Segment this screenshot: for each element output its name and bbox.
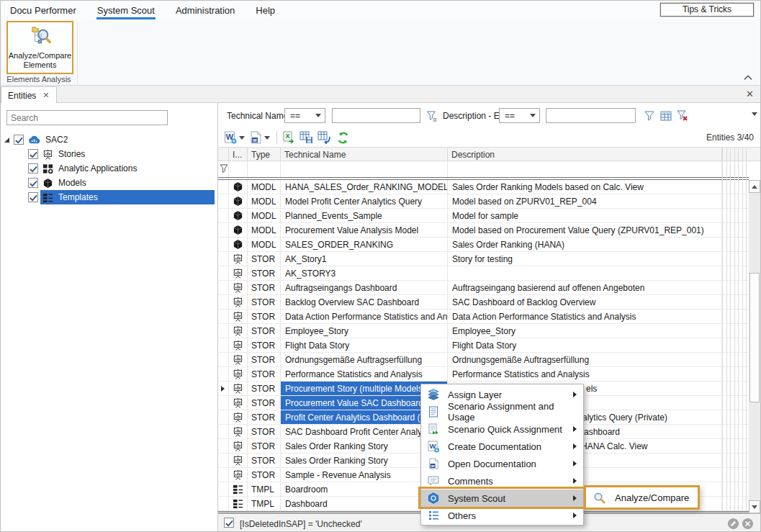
- description-text: Ordnungsgemäße Auftragserfüllung: [452, 355, 589, 365]
- analyze-compare-elements-button[interactable]: Analyze/Compare Elements: [6, 21, 73, 74]
- tree-checkbox[interactable]: [28, 192, 38, 202]
- menubar-item-docu-performer[interactable]: Docu Performer: [9, 2, 77, 18]
- search-input[interactable]: [6, 110, 168, 125]
- context-menu-item-scenario-assignment-and-usage[interactable]: Scenario Assignment and Usage: [421, 403, 583, 420]
- column-header-icon[interactable]: I...: [229, 148, 248, 161]
- tree-node-models[interactable]: Models: [1, 176, 217, 190]
- table-row[interactable]: MODLSALES_ORDER_RANKINGSales Order Ranki…: [218, 238, 749, 252]
- table-row[interactable]: STORAK_Story1Story for testing: [218, 252, 749, 266]
- scroll-down-icon[interactable]: [749, 500, 760, 513]
- tree-checkbox[interactable]: [28, 149, 38, 159]
- technical-name-filter-input[interactable]: [332, 108, 420, 123]
- context-menu-item-comments[interactable]: Comments: [421, 472, 583, 490]
- collapse-ribbon-icon[interactable]: [743, 74, 753, 81]
- filter-operator-dropdown[interactable]: ==: [284, 108, 325, 123]
- type-cell: STOR: [248, 324, 281, 338]
- panel-close-icon[interactable]: ✕: [746, 89, 754, 99]
- chevron-down-icon[interactable]: [752, 112, 757, 116]
- menubar-item-help[interactable]: Help: [255, 2, 276, 18]
- table-row[interactable]: STORAK_STORY3: [218, 266, 749, 281]
- table-row[interactable]: MODLProcurement Value Analysis ModelMode…: [218, 223, 749, 238]
- context-menu-item-scenario-quick-assignment[interactable]: Scenario Quick Assignment: [421, 420, 583, 438]
- table-row[interactable]: MODLHANA_SALES_Order_RANKING_MODELSales …: [218, 180, 749, 194]
- menubar-item-administration[interactable]: Administration: [175, 2, 235, 18]
- technical-name-cell: Data Action Performance Statistics and A…: [281, 310, 448, 323]
- tab-entities[interactable]: Entities ✕: [1, 86, 57, 104]
- table-row[interactable]: STORAuftragseingangs DashboardAuftragsei…: [218, 281, 749, 295]
- table-row[interactable]: STORData Action Performance Statistics a…: [218, 310, 749, 324]
- tree-checkbox[interactable]: [28, 163, 38, 173]
- tree-node-templates[interactable]: Templates: [1, 190, 217, 204]
- chevron-down-icon[interactable]: [239, 136, 245, 140]
- tree-expander-icon[interactable]: [4, 137, 9, 143]
- tree-checkbox[interactable]: [14, 135, 24, 145]
- tree-node-sac2[interactable]: SAC2: [1, 132, 217, 147]
- table-row[interactable]: STOROrdnungsgemäße AuftragserfüllungOrdn…: [218, 353, 749, 367]
- context-menu-item-others[interactable]: Others: [421, 507, 583, 524]
- tree-node-stories[interactable]: Stories: [1, 147, 217, 161]
- column-header-technical-name[interactable]: Technical Name: [281, 148, 448, 161]
- open-word-document-icon[interactable]: w: [248, 130, 263, 145]
- filter-enabled-checkbox[interactable]: [224, 518, 234, 528]
- filter-operator-value: ==: [290, 111, 300, 121]
- edit-filter-icon[interactable]: [727, 518, 739, 530]
- tree-checkbox[interactable]: [28, 178, 38, 188]
- table-row[interactable]: STORFlight Data StoryFlight Data Story: [218, 338, 749, 353]
- vertical-scrollbar[interactable]: [749, 180, 760, 513]
- menubar-item-label: Help: [256, 5, 275, 16]
- context-menu-item-system-scout[interactable]: System Scout: [421, 490, 583, 507]
- story-icon: [233, 441, 243, 451]
- tips-and-tricks-button[interactable]: Tips & Tricks: [660, 3, 754, 17]
- technical-name-cell: AK_STORY3: [281, 266, 448, 280]
- scrollbar-thumb[interactable]: [749, 273, 760, 402]
- context-submenu-analyze-compare[interactable]: Analyze/Compare: [584, 485, 700, 510]
- column-header-type[interactable]: Type: [248, 148, 281, 161]
- row-indicator-cell: [218, 252, 229, 266]
- tree-node-analytic-applications[interactable]: Analytic Applications: [1, 161, 217, 176]
- context-menu-item-open-documentation[interactable]: wOpen Documentation: [421, 455, 583, 472]
- restore-grid-layout-icon[interactable]: [317, 130, 331, 145]
- scroll-up-icon[interactable]: [749, 180, 760, 193]
- table-row[interactable]: STORBacklog Overview SAC DashboardSAC Da…: [218, 295, 749, 310]
- context-menu-item-create-documentation[interactable]: WCreate Documentation: [421, 438, 583, 455]
- column-header-description[interactable]: Description: [448, 148, 722, 161]
- context-menu-item-label: Assign Layer: [448, 389, 502, 400]
- app-window: Docu PerformerSystem ScoutAdministration…: [0, 0, 761, 532]
- filter-operator-dropdown[interactable]: ==: [499, 108, 540, 123]
- entity-type-icon-cell: [229, 295, 248, 309]
- story-icon: [233, 253, 243, 264]
- row-filler-cell: [722, 295, 749, 309]
- table-row[interactable]: MODLPlanned_Events_SampleModel for sampl…: [218, 209, 749, 223]
- grid-filter-row[interactable]: [218, 161, 749, 177]
- description-cell: Sales Order Ranking Models based on Calc…: [448, 180, 722, 194]
- table-row[interactable]: STORPerformance Statistics and AnalysisP…: [218, 367, 749, 382]
- row-indicator-cell: [218, 468, 229, 482]
- create-word-document-icon[interactable]: W: [223, 130, 238, 145]
- refresh-icon[interactable]: [336, 130, 350, 145]
- export-excel-icon[interactable]: X: [282, 130, 296, 145]
- filter-edit-icon[interactable]: [424, 108, 440, 123]
- menubar-item-system-scout[interactable]: System Scout: [96, 2, 156, 18]
- filter-funnel-icon[interactable]: [641, 108, 657, 123]
- chevron-down-icon[interactable]: [264, 136, 270, 140]
- description-cell: Model based on Procurement Value Query (…: [448, 223, 722, 237]
- row-filler-cell: [722, 497, 749, 510]
- close-filter-icon[interactable]: [742, 518, 754, 530]
- table-row[interactable]: MODLModel Profit Center Analytics QueryM…: [218, 194, 749, 209]
- grid-toolbar: W w X Entities 3/40: [218, 129, 760, 146]
- type-cell: TMPL: [248, 482, 281, 496]
- description-filter-input[interactable]: [546, 108, 636, 123]
- filter-grid-icon[interactable]: [658, 108, 674, 123]
- description-text: Employee_Story: [452, 326, 515, 336]
- entities-sidebar: SAC2StoriesAnalytic ApplicationsModelsTe…: [1, 103, 218, 531]
- type-cell: STOR: [248, 382, 281, 395]
- save-grid-layout-icon[interactable]: [299, 130, 313, 145]
- table-row[interactable]: STOREmployee_StoryEmployee_Story: [218, 324, 749, 338]
- tab-close-icon[interactable]: ✕: [42, 91, 49, 100]
- entity-type-icon-cell: [229, 223, 248, 237]
- entity-type-icon-cell: [229, 468, 248, 482]
- type-cell: STOR: [248, 266, 281, 280]
- description-cell: Data Action Performance Statistics and A…: [448, 310, 722, 323]
- model-icon: [233, 196, 243, 207]
- clear-filter-icon[interactable]: [674, 108, 690, 123]
